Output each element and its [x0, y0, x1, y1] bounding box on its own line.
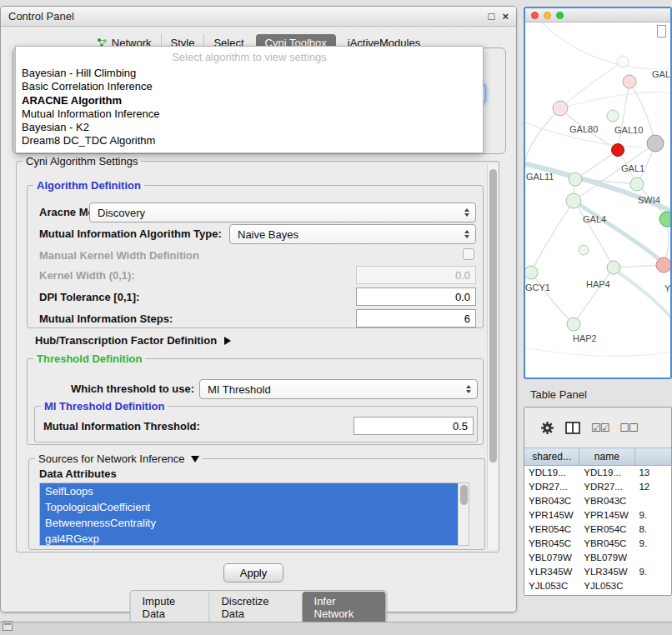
table-row[interactable]: YBL079WYBL079W — [524, 551, 671, 565]
dropdown-item-bayesian-k2[interactable]: Bayesian - K2 — [16, 121, 483, 134]
table-cell: 9. — [634, 537, 671, 551]
dpi-tolerance-input[interactable] — [356, 288, 476, 306]
dropdown-item-dream8-dc-tdc-algorithm[interactable]: Dream8 DC_TDC Algorithm — [16, 134, 483, 148]
network-node[interactable] — [567, 318, 580, 331]
zoom-traffic-light[interactable] — [556, 12, 564, 19]
node-label: GAL8 — [652, 69, 670, 79]
which-threshold-combo[interactable]: MI Threshold — [199, 379, 478, 399]
column-header[interactable]: name — [579, 448, 634, 465]
network-node[interactable] — [656, 258, 670, 272]
threshold-definition-title: Threshold Definition — [33, 352, 145, 365]
settings-scrollbar[interactable] — [487, 164, 498, 549]
table-cell: YPR145W — [579, 508, 634, 522]
gear-icon[interactable] — [540, 421, 554, 435]
column-header[interactable]: shared... — [524, 448, 579, 465]
network-edge[interactable] — [609, 266, 670, 318]
dropdown-item-basic-correlation-inference[interactable]: Basic Correlation Inference — [16, 80, 483, 93]
table-row[interactable]: YER054CYER054C8. — [524, 522, 671, 537]
data-attributes-listbox: SelfLoopsTopologicalCoefficientBetweenne… — [39, 482, 469, 546]
table-row[interactable]: YBR043CYBR043C — [524, 494, 671, 508]
network-node[interactable] — [617, 56, 629, 68]
list-item[interactable]: BetweennessCentrality — [40, 515, 469, 531]
list-item[interactable]: SelfLoops — [40, 483, 469, 499]
network-edge[interactable] — [531, 272, 574, 324]
bottom-tab-impute-data[interactable]: Impute Data — [131, 592, 209, 623]
sources-group-title[interactable]: Sources for Network Inference — [35, 452, 203, 465]
select-all-checkboxes-icon[interactable]: ☑☑ — [591, 422, 609, 434]
network-node[interactable] — [579, 245, 589, 255]
close-window-icon[interactable]: × — [502, 11, 509, 22]
control-panel-titlebar[interactable]: Control Panel □ × — [1, 7, 516, 27]
close-traffic-light[interactable] — [531, 12, 539, 19]
network-edge[interactable] — [542, 22, 670, 69]
network-edge[interactable] — [574, 268, 614, 324]
network-edge[interactable] — [560, 62, 623, 108]
table-cell: YLR345W — [524, 565, 579, 579]
network-canvas[interactable]: GAL8GAL80GAL10GAL11GAL1SWI4GAL4GCY1HAP4H… — [525, 22, 670, 377]
dropdown-placeholder: Select algorithm to view settings — [16, 49, 483, 67]
network-edge[interactable] — [525, 348, 670, 356]
bottom-tab-infer-network[interactable]: Infer Network — [303, 592, 386, 623]
which-threshold-label: Which threshold to use: — [71, 382, 194, 395]
navigator-box[interactable] — [657, 25, 666, 38]
columns-icon[interactable] — [565, 422, 580, 434]
dropdown-item-bayesian-hill-climbing[interactable]: Bayesian - Hill Climbing — [16, 67, 483, 80]
manual-kernel-checkbox[interactable] — [463, 248, 474, 260]
mi-threshold-label: Mutual Information Threshold: — [43, 420, 200, 432]
node-label: GAL1 — [621, 163, 644, 173]
column-header[interactable] — [635, 448, 672, 465]
network-node[interactable] — [630, 178, 644, 191]
mi-threshold-input[interactable] — [354, 417, 474, 435]
network-node[interactable] — [623, 75, 636, 88]
control-panel-window: Control Panel □ × NetworkStyleSelectCyni… — [0, 6, 517, 612]
dropdown-item-mutual-information-inference[interactable]: Mutual Information Inference — [16, 108, 483, 121]
list-scrollbar[interactable] — [458, 483, 469, 545]
aracne-mode-value: Discovery — [98, 207, 145, 219]
bottom-tab-discretize-data[interactable]: Discretize Data — [208, 592, 301, 623]
minimize-traffic-light[interactable] — [544, 12, 551, 19]
node-label: Y — [664, 283, 670, 293]
network-node[interactable] — [553, 101, 568, 116]
mi-steps-input[interactable] — [356, 309, 476, 328]
network-edge[interactable] — [618, 82, 629, 150]
table-row[interactable]: YDL19...YDL19...13 — [524, 466, 671, 480]
mi-type-combo[interactable]: Naive Bayes — [229, 224, 476, 244]
network-node[interactable] — [566, 193, 581, 208]
table-cell: YBL079W — [579, 551, 634, 565]
table-row[interactable]: YPR145WYPR145W9. — [524, 508, 671, 522]
network-node[interactable] — [607, 110, 619, 122]
table-row[interactable]: YJL053CYJL053C — [524, 579, 671, 593]
network-node[interactable] — [647, 135, 664, 152]
list-item[interactable]: gal4RGexp — [40, 531, 469, 546]
dropdown-item-aracne-algorithm[interactable]: ARACNE Algorithm — [16, 94, 483, 108]
float-window-icon[interactable]: □ — [489, 11, 495, 22]
network-window-titlebar[interactable] — [525, 8, 670, 22]
network-node[interactable] — [612, 144, 624, 157]
network-edge[interactable] — [574, 201, 614, 268]
network-node[interactable] — [607, 261, 620, 274]
table-cell: YBR043C — [524, 494, 579, 508]
cyni-settings-group: Cyni Algorithm Settings Algorithm Defini… — [16, 161, 499, 552]
table-row[interactable]: YDR27...YDR27...12 — [524, 480, 671, 494]
apply-button[interactable]: Apply — [223, 563, 283, 582]
network-node[interactable] — [569, 172, 582, 186]
table-cell: YJL053C — [524, 579, 579, 593]
network-edge[interactable] — [531, 201, 574, 272]
kernel-width-input — [356, 266, 476, 284]
aracne-mode-combo[interactable]: Discovery — [89, 202, 476, 222]
settings-scrollbar-thumb[interactable] — [489, 169, 497, 462]
network-edge[interactable] — [574, 201, 670, 271]
node-label: HAP2 — [573, 333, 597, 343]
node-label: GCY1 — [525, 282, 550, 292]
table-toolbar: ☑☑ ☐☐ — [524, 408, 671, 448]
list-scrollbar-thumb[interactable] — [460, 485, 468, 505]
network-node[interactable] — [525, 266, 538, 279]
hub-definition-toggle[interactable]: Hub/Transcription Factor Definition — [35, 334, 231, 347]
network-node[interactable] — [659, 212, 670, 227]
dock-panel-icon[interactable] — [3, 621, 13, 631]
table-row[interactable]: YLR345WYLR345W9. — [524, 565, 671, 579]
table-row[interactable]: YBR045CYBR045C9. — [524, 537, 671, 551]
network-edge[interactable] — [525, 108, 560, 160]
list-item[interactable]: TopologicalCoefficient — [40, 499, 469, 515]
deselect-all-checkboxes-icon[interactable]: ☐☐ — [619, 422, 637, 434]
